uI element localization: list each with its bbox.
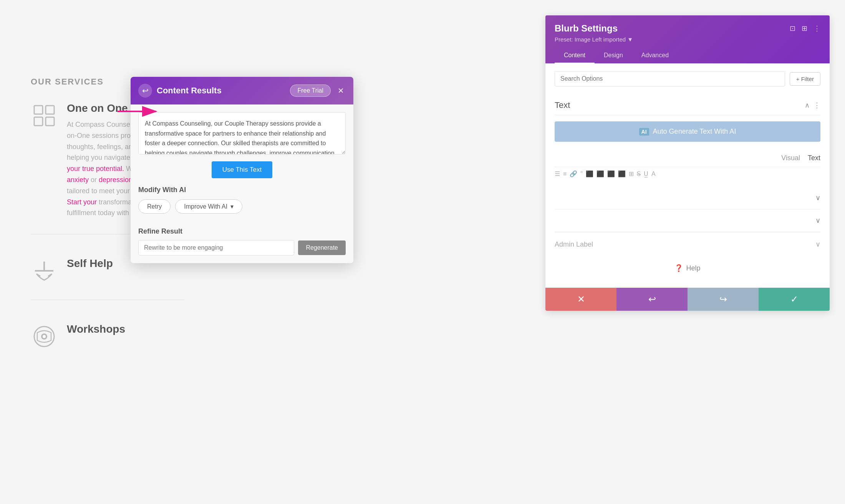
improve-label: Improve With AI <box>184 203 227 210</box>
ai-generate-button[interactable]: AI Auto Generate Text With AI <box>555 121 820 142</box>
toolbar-align-center-icon[interactable]: ⬛ <box>596 170 604 177</box>
expand-icon[interactable]: ⊡ <box>790 24 795 33</box>
content-results-modal: ↩ Content Results Free Trial ✕ At Compas… <box>131 77 353 263</box>
toolbar-list-icon[interactable]: ≡ <box>563 171 567 177</box>
admin-label-row: Admin Label ∨ <box>555 232 820 256</box>
more-icon[interactable]: ⋮ <box>814 24 820 33</box>
modal-close-button[interactable]: ✕ <box>336 85 346 97</box>
modal-header: ↩ Content Results Free Trial ✕ <box>131 77 353 104</box>
blurb-title: Blurb Settings <box>555 23 618 34</box>
modal-header-right: Free Trial ✕ <box>290 85 346 97</box>
text-section-more[interactable]: ⋮ <box>814 101 820 109</box>
workshops-title: Workshops <box>67 323 125 335</box>
blurb-header-icons: ⊡ ⊞ ⋮ <box>790 24 820 33</box>
visual-text-toggle: Visual Text <box>555 154 820 162</box>
regenerate-button[interactable]: Regenerate <box>298 240 346 255</box>
text-section-title: Text <box>555 100 570 110</box>
toolbar-strike-icon[interactable]: S̶ <box>637 170 641 177</box>
admin-label-chevron[interactable]: ∨ <box>815 240 820 249</box>
blurb-tabs: Content Design Advanced <box>555 48 820 63</box>
modal-icon: ↩ <box>138 84 152 98</box>
tab-advanced[interactable]: Advanced <box>632 48 678 63</box>
text-section-chevron-up[interactable]: ∧ <box>805 101 810 109</box>
use-this-text-button[interactable]: Use This Text <box>212 161 272 178</box>
search-row: + Filter <box>555 71 820 86</box>
text-option[interactable]: Text <box>808 154 820 162</box>
blurb-preset[interactable]: Preset: Image Left imported ▼ <box>555 36 820 43</box>
blurb-footer: ✕ ↩ ↪ ✓ <box>545 288 830 311</box>
toolbar-underline-icon[interactable]: U̲ <box>644 170 648 177</box>
refine-input[interactable] <box>138 240 294 255</box>
arrow-indicator <box>114 103 164 120</box>
redo-button[interactable]: ↪ <box>688 288 759 311</box>
result-textarea[interactable]: At Compass Counseling, our Couple Therap… <box>138 112 346 154</box>
toolbar-chain-icon[interactable]: 🔗 <box>570 170 577 177</box>
self-help-title: Self Help <box>67 257 113 270</box>
collapse-row-1[interactable]: ∨ <box>555 187 820 209</box>
search-input[interactable] <box>555 71 785 86</box>
visual-text-area: Visual Text ☰ ≡ 🔗 " ⬛ ⬛ ⬛ ⬛ ⊞ S̶ U̲ A <box>555 148 820 187</box>
toolbar-row: ☰ ≡ 🔗 " ⬛ ⬛ ⬛ ⬛ ⊞ S̶ U̲ A <box>555 167 820 181</box>
improve-chevron: ▾ <box>230 203 234 210</box>
self-help-content: Self Help <box>67 257 113 274</box>
retry-button[interactable]: Retry <box>138 199 171 214</box>
modal-title: Content Results <box>157 86 222 96</box>
refine-section: Refine Result Regenerate <box>138 227 346 255</box>
refine-row: Regenerate <box>138 240 346 255</box>
help-icon: ❓ <box>674 264 683 272</box>
save-icon: ✓ <box>790 294 798 305</box>
toolbar-table-icon[interactable]: ⊞ <box>629 170 634 177</box>
tab-content[interactable]: Content <box>555 48 595 63</box>
toolbar-align-right-icon[interactable]: ⬛ <box>607 170 615 177</box>
svg-rect-3 <box>46 117 54 126</box>
modal-header-left: ↩ Content Results <box>138 84 222 98</box>
redo-icon: ↪ <box>719 294 727 305</box>
workshops-icon <box>31 323 58 350</box>
modal-body: At Compass Counseling, our Couple Therap… <box>131 104 353 263</box>
improve-with-ai-button[interactable]: Improve With AI ▾ <box>175 199 242 214</box>
workshops-content: Workshops <box>67 323 125 340</box>
cancel-icon: ✕ <box>577 294 585 305</box>
admin-label-text: Admin Label <box>555 240 593 249</box>
help-row: ❓ Help <box>555 256 820 280</box>
toolbar-link-icon[interactable]: ☰ <box>555 170 560 177</box>
ai-btn-label: Auto Generate Text With AI <box>653 128 736 136</box>
toolbar-color-icon[interactable]: A <box>651 171 656 177</box>
refine-title: Refine Result <box>138 227 346 235</box>
save-button[interactable]: ✓ <box>759 288 830 311</box>
collapse-row-2[interactable]: ∨ <box>555 209 820 232</box>
tab-design[interactable]: Design <box>595 48 632 63</box>
blurb-panel-body: + Filter Text ∧ ⋮ AI Auto Generate Text … <box>545 63 830 288</box>
one-on-one-icon <box>31 102 58 129</box>
undo-button[interactable]: ↩ <box>616 288 688 311</box>
self-help-icon <box>31 257 58 284</box>
free-trial-badge[interactable]: Free Trial <box>290 85 331 97</box>
blurb-panel: Blurb Settings ⊡ ⊞ ⋮ Preset: Image Left … <box>545 15 830 311</box>
service-item-self-help: Self Help <box>31 257 184 300</box>
ai-icon: AI <box>639 128 649 136</box>
toolbar-align-left-icon[interactable]: ⬛ <box>586 170 593 177</box>
visual-option[interactable]: Visual <box>781 154 800 162</box>
split-icon[interactable]: ⊞ <box>802 24 807 33</box>
filter-button[interactable]: + Filter <box>790 72 820 86</box>
toolbar-align-justify-icon[interactable]: ⬛ <box>618 170 626 177</box>
text-section-header: Text ∧ ⋮ <box>555 94 820 115</box>
cancel-button[interactable]: ✕ <box>545 288 616 311</box>
modify-buttons: Retry Improve With AI ▾ <box>138 199 346 214</box>
collapse-chevron-2: ∨ <box>815 216 820 225</box>
svg-rect-0 <box>34 106 43 114</box>
help-label[interactable]: Help <box>686 264 700 272</box>
blurb-panel-header: Blurb Settings ⊡ ⊞ ⋮ Preset: Image Left … <box>545 15 830 63</box>
svg-rect-1 <box>46 106 54 114</box>
svg-rect-2 <box>34 117 43 126</box>
toolbar-quote-icon[interactable]: " <box>580 171 583 177</box>
service-item-workshops: Workshops <box>31 323 184 365</box>
svg-point-10 <box>43 335 46 338</box>
collapse-chevron-1: ∨ <box>815 194 820 202</box>
modify-title: Modify With AI <box>138 186 346 194</box>
undo-icon: ↩ <box>648 294 656 305</box>
blurb-header-top: Blurb Settings ⊡ ⊞ ⋮ <box>555 23 820 34</box>
modify-section: Modify With AI Retry Improve With AI ▾ <box>138 186 346 227</box>
